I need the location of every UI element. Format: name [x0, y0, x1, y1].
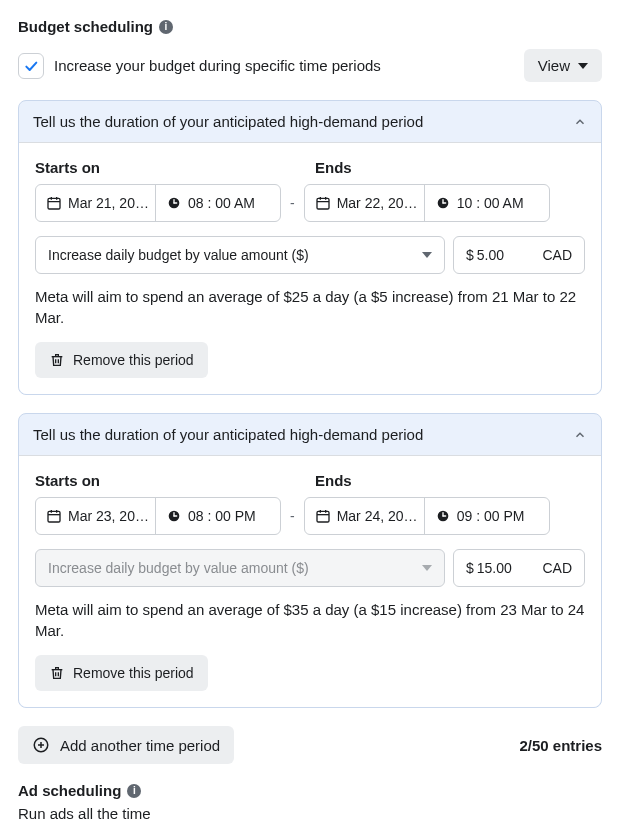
caret-down-icon: [422, 252, 432, 258]
spend-explanation: Meta will aim to spend an average of $25…: [35, 286, 585, 328]
period-header-label: Tell us the duration of your anticipated…: [33, 426, 423, 443]
amount-value: 5.00: [477, 247, 504, 263]
increase-type-select[interactable]: Increase daily budget by value amount ($…: [35, 549, 445, 587]
currency-symbol: $: [466, 560, 474, 576]
period-header[interactable]: Tell us the duration of your anticipated…: [19, 414, 601, 455]
increase-type-label: Increase daily budget by value amount ($…: [48, 560, 309, 576]
starts-on-label: Starts on: [35, 159, 315, 176]
increase-type-select[interactable]: Increase daily budget by value amount ($…: [35, 236, 445, 274]
entries-count: 2/50 entries: [519, 737, 602, 754]
end-date-value: Mar 22, 20…: [337, 195, 418, 211]
calendar-icon: [315, 195, 331, 211]
end-date-value: Mar 24, 20…: [337, 508, 418, 524]
starts-on-label: Starts on: [35, 472, 315, 489]
add-time-period-button[interactable]: Add another time period: [18, 726, 234, 764]
period-header[interactable]: Tell us the duration of your anticipated…: [19, 101, 601, 142]
ends-label: Ends: [315, 159, 352, 176]
chevron-up-icon: [573, 115, 587, 129]
start-date-value: Mar 21, 20…: [68, 195, 149, 211]
calendar-icon: [46, 508, 62, 524]
trash-icon: [49, 352, 65, 368]
end-time-value: 10 : 00 AM: [457, 195, 524, 211]
budget-scheduling-title: Budget scheduling: [18, 18, 153, 35]
view-button[interactable]: View: [524, 49, 602, 82]
clock-icon: [166, 195, 182, 211]
clock-icon: [166, 508, 182, 524]
start-time-value: 08 : 00 AM: [188, 195, 255, 211]
period-header-label: Tell us the duration of your anticipated…: [33, 113, 423, 130]
svg-rect-16: [48, 511, 60, 522]
plus-circle-icon: [32, 736, 50, 754]
trash-icon: [49, 665, 65, 681]
ad-scheduling-subtitle: Run ads all the time: [18, 805, 602, 822]
period-card: Tell us the duration of your anticipated…: [18, 413, 602, 708]
caret-down-icon: [578, 63, 588, 69]
caret-down-icon: [422, 565, 432, 571]
remove-period-label: Remove this period: [73, 352, 194, 368]
start-datetime[interactable]: Mar 23, 20… 08 : 00 PM: [35, 497, 281, 535]
increase-type-label: Increase daily budget by value amount ($…: [48, 247, 309, 263]
start-datetime[interactable]: Mar 21, 20… 08 : 00 AM: [35, 184, 281, 222]
remove-period-label: Remove this period: [73, 665, 194, 681]
add-time-period-label: Add another time period: [60, 737, 220, 754]
dash-separator: -: [289, 508, 296, 524]
remove-period-button[interactable]: Remove this period: [35, 655, 208, 691]
svg-rect-0: [48, 198, 60, 209]
svg-rect-23: [317, 511, 329, 522]
start-time-value: 08 : 00 PM: [188, 508, 256, 524]
remove-period-button[interactable]: Remove this period: [35, 342, 208, 378]
amount-input[interactable]: $ 15.00 CAD: [453, 549, 585, 587]
info-icon[interactable]: i: [127, 784, 141, 798]
view-button-label: View: [538, 57, 570, 74]
amount-value: 15.00: [477, 560, 512, 576]
clock-icon: [435, 195, 451, 211]
end-time-value: 09 : 00 PM: [457, 508, 525, 524]
increase-budget-checkbox[interactable]: [18, 53, 44, 79]
currency-code: CAD: [542, 247, 572, 263]
currency-symbol: $: [466, 247, 474, 263]
period-card: Tell us the duration of your anticipated…: [18, 100, 602, 395]
info-icon[interactable]: i: [159, 20, 173, 34]
increase-budget-label: Increase your budget during specific tim…: [54, 57, 381, 74]
svg-rect-7: [317, 198, 329, 209]
spend-explanation: Meta will aim to spend an average of $35…: [35, 599, 585, 641]
ends-label: Ends: [315, 472, 352, 489]
currency-code: CAD: [542, 560, 572, 576]
end-datetime[interactable]: Mar 24, 20… 09 : 00 PM: [304, 497, 550, 535]
end-datetime[interactable]: Mar 22, 20… 10 : 00 AM: [304, 184, 550, 222]
amount-input[interactable]: $ 5.00 CAD: [453, 236, 585, 274]
calendar-icon: [46, 195, 62, 211]
start-date-value: Mar 23, 20…: [68, 508, 149, 524]
ad-scheduling-title: Ad scheduling: [18, 782, 121, 799]
dash-separator: -: [289, 195, 296, 211]
chevron-up-icon: [573, 428, 587, 442]
clock-icon: [435, 508, 451, 524]
calendar-icon: [315, 508, 331, 524]
